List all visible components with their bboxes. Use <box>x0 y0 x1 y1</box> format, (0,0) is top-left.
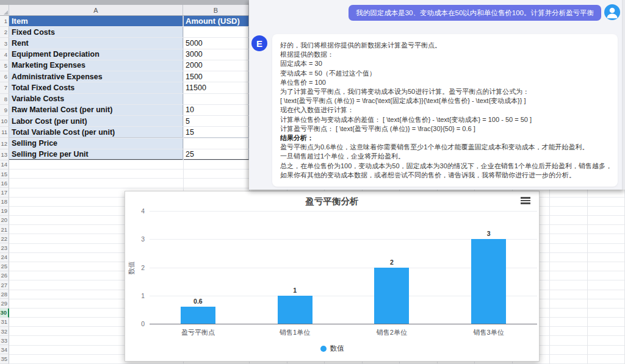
assistant-message-line: 总之，在单位售价为100，变动成本为50，固定成本为30的情况下，企业在销售1个… <box>280 162 610 171</box>
y-gridline <box>150 211 537 212</box>
row-header-14[interactable]: 14 <box>0 160 9 170</box>
assistant-message-line: [ \text{盈亏平衡点 (单位)} = \frac{\text{固定成本}}… <box>280 96 610 105</box>
column-header-a[interactable]: A <box>9 5 183 15</box>
x-category-label: 销售3单位 <box>474 328 504 337</box>
assistant-message-line: 单位售价 = 100 <box>280 78 610 87</box>
column-header-b[interactable]: B <box>183 5 249 15</box>
x-category-label: 盈亏平衡点 <box>181 328 215 337</box>
legend-label: 数值 <box>330 344 344 353</box>
row-header-33[interactable]: 33 <box>0 336 9 345</box>
y-tick-label: 3 <box>125 235 145 243</box>
row-header-35[interactable]: 35 <box>0 354 9 363</box>
legend-dot-icon <box>320 346 327 352</box>
bar-value-label: 2 <box>390 259 394 266</box>
bar-value-label: 1 <box>293 287 297 294</box>
chat-panel: 我的固定成本是30、变动成本在50以内和单位售价100。计算并分析盈亏平衡 E … <box>249 0 625 190</box>
y-tick-label: 2 <box>125 264 145 271</box>
user-message-bubble: 我的固定成本是30、变动成本在50以内和单位售价100。计算并分析盈亏平衡 <box>349 5 601 21</box>
row-header-7[interactable]: 7 <box>0 82 9 93</box>
row-header-32[interactable]: 32 <box>0 327 9 336</box>
assistant-message-line: 如果你有其他的变动成本数据，或者想尝试不同的售价，请告诉我，我将帮助你进行进一步… <box>280 171 610 180</box>
chart-title: 盈亏平衡分析 <box>125 196 539 207</box>
row-header-28[interactable]: 28 <box>0 290 9 299</box>
row-header-3[interactable]: 3 <box>0 38 9 49</box>
row-header-18[interactable]: 18 <box>0 198 9 207</box>
row-header-16[interactable]: 16 <box>0 179 9 188</box>
assistant-message-line: 变动成本 = 50（不超过这个值） <box>280 69 610 78</box>
assistant-message-line: 计算盈亏平衡点： [ \text{盈亏平衡点 (单位)} = \frac{30}… <box>280 124 610 134</box>
row-headers: 1234567891011121314151617181920212223242… <box>0 16 9 364</box>
row-header-21[interactable]: 21 <box>0 225 9 234</box>
bar-2[interactable] <box>278 296 312 324</box>
assistant-message-card: 好的，我们将根据你提供的新数据来计算盈亏平衡点。根据提供的数据：固定成本 = 3… <box>272 34 618 187</box>
chart-panel: 盈亏平衡分析 数值 数值 432100.6盈亏平衡点1销售1单位2销售2单位3销… <box>125 191 540 362</box>
row-header-17[interactable]: 17 <box>0 188 9 197</box>
row-header-22[interactable]: 22 <box>0 234 9 243</box>
row-header-31[interactable]: 31 <box>0 318 9 327</box>
assistant-message-line: 固定成本 = 30 <box>280 59 610 68</box>
x-category-label: 销售1单位 <box>280 328 310 337</box>
assistant-avatar: E <box>251 35 267 51</box>
row-header-29[interactable]: 29 <box>0 299 9 308</box>
bar-3[interactable] <box>374 268 409 324</box>
y-tick-label: 4 <box>125 207 145 215</box>
row-header-2[interactable]: 2 <box>0 27 9 38</box>
row-header-26[interactable]: 26 <box>0 271 9 280</box>
bar-value-label: 0.6 <box>193 298 203 305</box>
select-all-corner[interactable] <box>0 5 9 16</box>
row-header-9[interactable]: 9 <box>0 105 9 116</box>
chart-legend[interactable]: 数值 <box>125 344 539 353</box>
assistant-message-line: 计算单位售价与变动成本的差值： [ \text{单位售价} - \text{变动… <box>280 115 610 124</box>
row-header-13[interactable]: 13 <box>0 149 9 160</box>
y-tick-label: 0 <box>125 320 145 327</box>
bar-value-label: 3 <box>487 230 491 237</box>
row-header-34[interactable]: 34 <box>0 345 9 354</box>
user-avatar <box>604 4 620 20</box>
bar-4[interactable] <box>471 239 506 324</box>
row-header-8[interactable]: 8 <box>0 94 9 105</box>
assistant-message-line: 现在代入数值进行计算： <box>280 105 610 115</box>
row-header-4[interactable]: 4 <box>0 49 9 60</box>
x-category-label: 销售2单位 <box>377 328 407 337</box>
row-header-30[interactable]: 30 <box>0 309 9 318</box>
row-header-5[interactable]: 5 <box>0 60 9 71</box>
row-header-1[interactable]: 1 <box>0 16 9 27</box>
assistant-message-line: 好的，我们将根据你提供的新数据来计算盈亏平衡点。 <box>280 41 610 50</box>
select-all-triangle-icon <box>4 10 8 15</box>
assistant-avatar-logo: E <box>256 38 262 49</box>
x-axis-line <box>150 324 537 324</box>
y-tick-label: 1 <box>125 292 145 299</box>
assistant-message-line: 为了计算盈亏平衡点，我们将变动成本设为50进行计算。盈亏平衡点的计算公式为： <box>280 87 610 96</box>
row-header-27[interactable]: 27 <box>0 280 9 290</box>
assistant-message-line: 根据提供的数据： <box>280 50 610 59</box>
person-icon <box>604 4 620 20</box>
row-header-15[interactable]: 15 <box>0 170 9 179</box>
row-header-24[interactable]: 24 <box>0 253 9 262</box>
hamburger-icon[interactable] <box>521 197 530 205</box>
row-header-25[interactable]: 25 <box>0 262 9 271</box>
assistant-message-line: 盈亏平衡点为0.6单位，这意味着你需要销售至少1个单位才能覆盖固定成本和变动成本… <box>280 143 610 152</box>
screen: A B 123456789101112131415161718192021222… <box>0 0 625 364</box>
row-header-20[interactable]: 20 <box>0 216 9 225</box>
row-header-19[interactable]: 19 <box>0 207 9 216</box>
assistant-message-line: 一旦销售超过1个单位，企业将开始盈利。 <box>280 152 610 161</box>
assistant-message-line: 结果分析： <box>280 134 610 143</box>
bar-1[interactable] <box>181 307 215 324</box>
row-header-12[interactable]: 12 <box>0 138 9 149</box>
chat-scrollbar[interactable] <box>622 0 625 190</box>
row-header-11[interactable]: 11 <box>0 127 9 138</box>
row-header-23[interactable]: 23 <box>0 243 9 252</box>
row-header-10[interactable]: 10 <box>0 116 9 127</box>
row-header-6[interactable]: 6 <box>0 71 9 82</box>
